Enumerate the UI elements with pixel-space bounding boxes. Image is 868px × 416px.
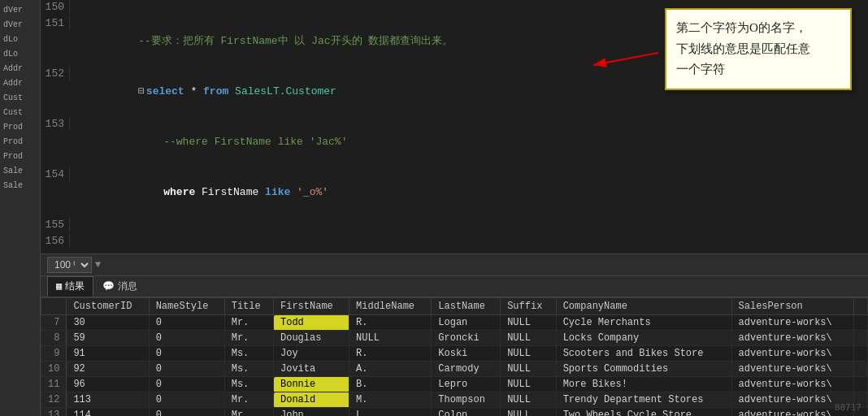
col-customerid: CustomerID bbox=[67, 298, 149, 315]
table-cell: Mr. bbox=[224, 315, 273, 331]
sidebar-item-12: Sale bbox=[0, 164, 40, 179]
sidebar-item-1: dVer bbox=[0, 3, 40, 18]
table-cell: Mr. bbox=[224, 331, 273, 346]
sidebar: dVer dVer dLo dLo Addr Addr Cust Cust Pr… bbox=[0, 0, 41, 416]
table-cell: 0 bbox=[149, 362, 224, 377]
row-number-cell: 13 bbox=[41, 408, 67, 417]
tab-results[interactable]: ▦ 结果 bbox=[47, 276, 93, 297]
table-cell: 113 bbox=[67, 392, 149, 408]
sidebar-item-2: dVer bbox=[0, 18, 40, 32]
table-cell: Thompson bbox=[432, 392, 501, 408]
code-line-156: 156 bbox=[41, 234, 868, 250]
watermark: 88717 bbox=[835, 402, 861, 413]
sidebar-item-6: Addr bbox=[0, 76, 40, 91]
table-body: 7300Mr.ToddR.LoganNULLCycle Merchantsadv… bbox=[41, 315, 868, 417]
table-cell: Todd bbox=[274, 315, 349, 331]
code-editor: 150 151 --要求：把所有 FirstName中 以 Jac开头的 数据都… bbox=[41, 0, 868, 254]
col-title: Title bbox=[224, 298, 273, 315]
sidebar-item-7: Cust bbox=[0, 91, 40, 106]
table-cell: Logan bbox=[432, 315, 501, 331]
table-cell: 0 bbox=[149, 392, 224, 408]
table-cell: M. bbox=[349, 392, 432, 408]
main-area: 150 151 --要求：把所有 FirstName中 以 Jac开头的 数据都… bbox=[41, 0, 868, 416]
tab-messages-label: 消息 bbox=[118, 280, 137, 293]
table-row: 131140Mr.JohnL.ColonNULLTwo Wheels Cycle… bbox=[41, 408, 868, 417]
table-cell bbox=[854, 331, 868, 346]
sidebar-item-8: Cust bbox=[0, 106, 40, 120]
table-cell: Jovita bbox=[274, 362, 349, 377]
table-cell: NULL bbox=[501, 408, 556, 417]
table-cell: Cycle Merchants bbox=[556, 315, 731, 331]
row-number-cell: 9 bbox=[41, 346, 67, 362]
table-cell: 92 bbox=[67, 362, 149, 377]
table-row: 9910Ms.JoyR.KoskiNULLScooters and Bikes … bbox=[41, 346, 868, 362]
table-cell: adventure-works\ bbox=[731, 331, 853, 346]
line-num-150: 150 bbox=[41, 0, 70, 14]
row-number-cell: 11 bbox=[41, 377, 67, 392]
table-cell: 0 bbox=[149, 315, 224, 331]
table-cell: Locks Company bbox=[556, 331, 731, 346]
table-cell bbox=[854, 315, 868, 331]
table-cell: Mr. bbox=[224, 392, 273, 408]
line-content-155 bbox=[70, 218, 80, 219]
table-cell: Lepro bbox=[432, 377, 501, 392]
table-row: 121130Mr.DonaldM.ThompsonNULLTrendy Depa… bbox=[41, 392, 868, 408]
sidebar-item-3: dLo bbox=[0, 32, 40, 47]
table-cell: B. bbox=[349, 377, 432, 392]
table-cell: NULL bbox=[349, 331, 432, 346]
line-num-151: 151 bbox=[41, 16, 70, 30]
table-cell: Ms. bbox=[224, 362, 273, 377]
table-cell: NULL bbox=[501, 362, 556, 377]
table-cell: Trendy Department Stores bbox=[556, 392, 731, 408]
row-number-cell: 7 bbox=[41, 315, 67, 331]
table-cell: Two Wheels Cycle Store bbox=[556, 408, 731, 417]
results-area[interactable]: CustomerID NameStyle Title FirstName Mid… bbox=[41, 297, 868, 416]
sidebar-item-5: Addr bbox=[0, 62, 40, 76]
callout-box: 第二个字符为O的名字，下划线的意思是匹配任意一个字符 bbox=[665, 8, 852, 90]
table-cell: Bonnie bbox=[274, 377, 349, 392]
table-cell: Joy bbox=[274, 346, 349, 362]
table-cell: adventure-works\ bbox=[731, 315, 853, 331]
table-row: 7300Mr.ToddR.LoganNULLCycle Merchantsadv… bbox=[41, 315, 868, 331]
table-cell: Sports Commodities bbox=[556, 362, 731, 377]
table-header-row: CustomerID NameStyle Title FirstName Mid… bbox=[41, 298, 868, 315]
zoom-select[interactable]: 100 % bbox=[47, 257, 92, 273]
row-number-cell: 10 bbox=[41, 362, 67, 377]
table-cell: Douglas bbox=[274, 331, 349, 346]
table-cell: NULL bbox=[501, 377, 556, 392]
table-cell: NULL bbox=[501, 331, 556, 346]
line-content-150 bbox=[70, 0, 80, 2]
table-cell: Ms. bbox=[224, 377, 273, 392]
callout-text: 第二个字符为O的名字，下划线的意思是匹配任意一个字符 bbox=[676, 21, 810, 76]
table-row: 10920Ms.JovitaA.CarmodyNULLSports Commod… bbox=[41, 362, 868, 377]
sidebar-item-10: Prod bbox=[0, 135, 40, 150]
table-cell: 59 bbox=[67, 331, 149, 346]
col-rownum bbox=[41, 298, 67, 315]
table-cell: 30 bbox=[67, 315, 149, 331]
messages-icon: 💬 bbox=[102, 280, 115, 292]
table-cell: John bbox=[274, 408, 349, 417]
tab-results-label: 结果 bbox=[65, 280, 85, 293]
row-number-cell: 12 bbox=[41, 392, 67, 408]
table-cell bbox=[854, 362, 868, 377]
table-cell: 114 bbox=[67, 408, 149, 417]
line-content-151: --要求：把所有 FirstName中 以 Jac开头的 数据都查询出来。 bbox=[70, 16, 458, 67]
arrow-annotation bbox=[585, 45, 666, 69]
code-line-155: 155 bbox=[41, 218, 868, 234]
col-firstname: FirstName bbox=[274, 298, 349, 315]
table-cell: Colon bbox=[432, 408, 501, 417]
tab-messages[interactable]: 💬 消息 bbox=[93, 276, 146, 297]
table-cell: NULL bbox=[501, 392, 556, 408]
code-line-153: 153 --where FirstName like 'Jac%' bbox=[41, 117, 868, 167]
table-cell: Scooters and Bikes Store bbox=[556, 346, 731, 362]
table-cell bbox=[854, 377, 868, 392]
table-cell: R. bbox=[349, 315, 432, 331]
col-suffix: Suffix bbox=[501, 298, 556, 315]
line-num-153: 153 bbox=[41, 117, 70, 131]
line-content-156 bbox=[70, 234, 80, 236]
col-middlename: MiddleName bbox=[349, 298, 432, 315]
table-cell: NULL bbox=[501, 315, 556, 331]
table-cell: R. bbox=[349, 346, 432, 362]
line-num-156: 156 bbox=[41, 234, 70, 248]
table-cell: 91 bbox=[67, 346, 149, 362]
